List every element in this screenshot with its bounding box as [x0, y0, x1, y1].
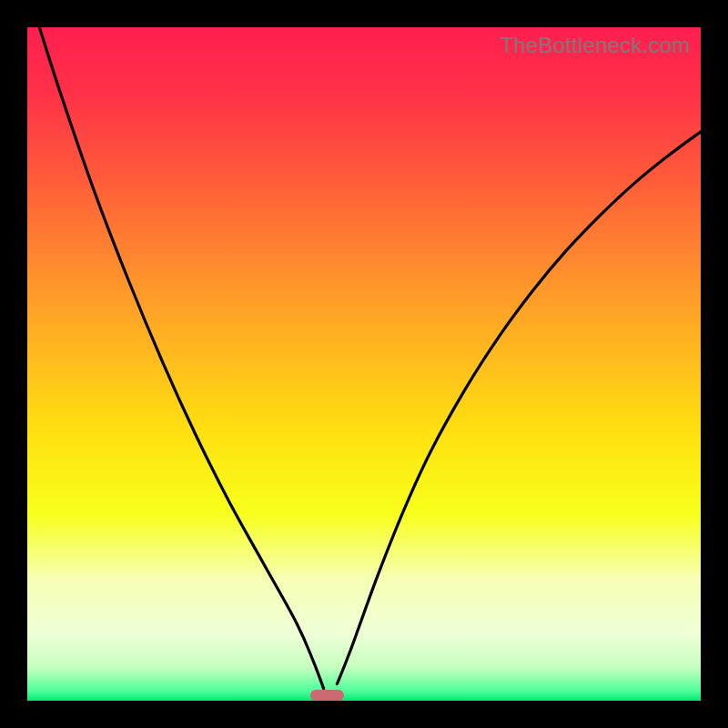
chart-frame: TheBottleneck.com [0, 0, 728, 728]
curve-right-branch [337, 132, 701, 684]
bottleneck-curve [27, 27, 701, 701]
plot-area: TheBottleneck.com [27, 27, 701, 701]
curve-left-branch [39, 27, 323, 689]
minimum-marker [310, 690, 344, 701]
